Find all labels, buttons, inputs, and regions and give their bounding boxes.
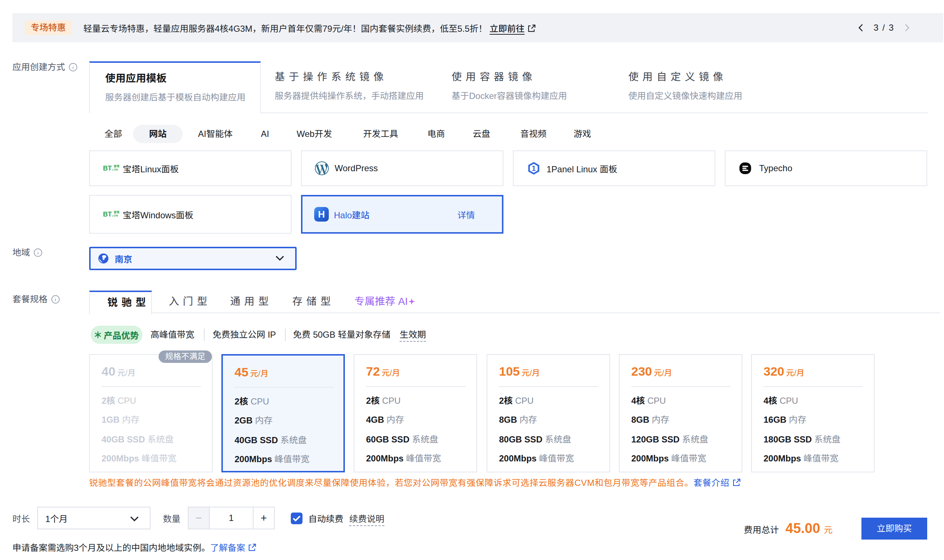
svg-text:1: 1: [532, 164, 535, 172]
